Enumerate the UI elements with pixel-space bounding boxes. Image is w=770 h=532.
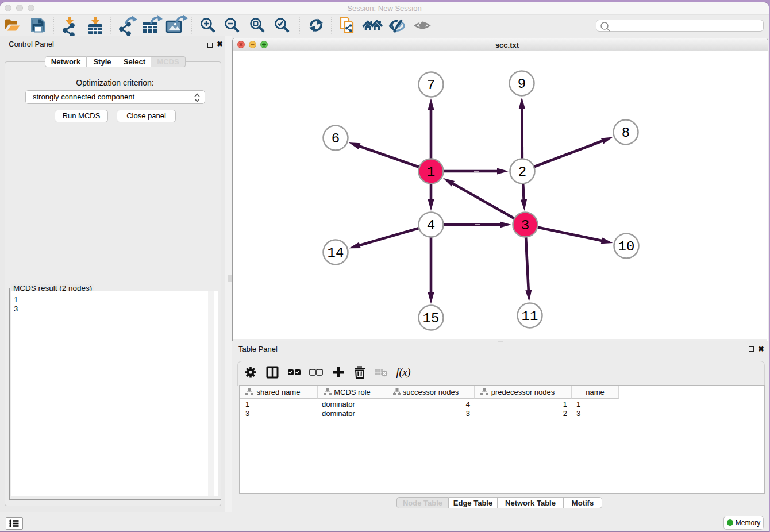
svg-text:3: 3	[521, 218, 529, 233]
svg-text:2: 2	[518, 164, 526, 180]
svg-text:6: 6	[332, 131, 340, 147]
svg-text:1: 1	[427, 164, 435, 180]
svg-text:15: 15	[423, 311, 440, 326]
svg-text:14: 14	[328, 245, 344, 261]
svg-text:4: 4	[427, 218, 435, 233]
svg-text:8: 8	[622, 125, 630, 141]
svg-text:f(x): f(x)	[396, 367, 411, 379]
svg-text:9: 9	[518, 76, 526, 92]
svg-text:7: 7	[427, 78, 435, 93]
svg-text:10: 10	[618, 239, 635, 255]
svg-text:11: 11	[522, 309, 538, 324]
